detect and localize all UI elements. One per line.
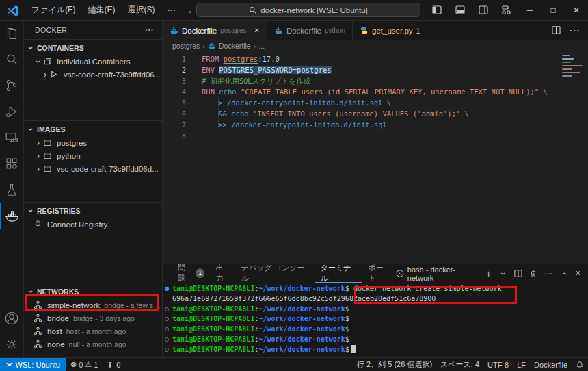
split-terminal-icon[interactable] <box>514 270 522 277</box>
tab-dockerfile-python[interactable]: Dockerfile python <box>267 21 353 40</box>
chevron-right-icon: › <box>202 42 205 50</box>
search-sidebar-icon[interactable] <box>0 47 23 73</box>
problems-badge: 1 <box>196 268 204 278</box>
source-control-icon[interactable] <box>0 73 23 99</box>
problems-status[interactable]: ⊗ 0 ⚠ 1 <box>66 358 102 371</box>
indent-guide <box>202 119 219 129</box>
tab-label: Dockerfile <box>286 27 321 35</box>
panel-tab-problems[interactable]: 問題 1 <box>172 264 210 283</box>
new-terminal-icon[interactable]: + <box>486 268 492 279</box>
ports-status[interactable]: 0 <box>102 358 124 371</box>
tree-item-running-container[interactable]: › vsc-code-craft-73c9ffdd06... <box>24 68 162 81</box>
language-mode[interactable]: Dockerfile <box>530 361 572 369</box>
terminal-instance[interactable]: bash - docker-network <box>396 266 477 282</box>
registries-section-header[interactable]: › REGISTRIES <box>24 204 162 218</box>
tree-item-image-postgres[interactable]: › postgres <box>24 136 162 149</box>
extensions-icon[interactable] <box>0 151 23 177</box>
network-name: host <box>47 327 62 335</box>
command-center-search[interactable]: docker-network [WSL: Ubuntu] <box>196 3 420 17</box>
title-bar: ファイル(F) 編集(E) 選択(S) ⋯ ← → docker-network… <box>0 0 588 21</box>
accounts-icon[interactable] <box>0 305 23 331</box>
plug-icon <box>34 220 44 229</box>
more-actions-icon[interactable]: ⋯ <box>569 24 580 37</box>
close-panel-icon[interactable]: ✕ <box>575 269 581 278</box>
minimap-mark <box>562 65 583 66</box>
network-item-simple-network[interactable]: simple-network bridge - a few se... <box>24 298 162 311</box>
tree-item-individual-containers[interactable]: › Individual Containers <box>24 55 162 68</box>
menu-edit[interactable]: 編集(E) <box>81 3 121 18</box>
minimap[interactable] <box>562 55 584 79</box>
run-and-debug-icon[interactable] <box>0 99 23 125</box>
line-number: 4 <box>163 87 186 98</box>
docker-icon[interactable] <box>0 203 23 229</box>
tree-item-label: vsc-code-craft-73c9ffdd06d... <box>57 165 159 173</box>
window-actions: ─ □ ✕ <box>425 0 588 20</box>
terminal-line: tani@DESKTOP-HCPA8LI:~/work/docker-netwo… <box>164 314 588 324</box>
menu-selection[interactable]: 選択(S) <box>121 3 161 18</box>
radio-tower-icon <box>106 361 114 369</box>
breadcrumb-file[interactable]: Dockerfile <box>219 42 251 50</box>
cursor-position[interactable]: 行 2、列 5 (26 個選択) <box>353 359 436 370</box>
menu-file[interactable]: ファイル(F) <box>25 3 81 18</box>
close-window-button[interactable]: ✕ <box>565 0 588 20</box>
notifications-bell-icon[interactable] <box>572 361 588 369</box>
encoding[interactable]: UTF-8 <box>483 361 513 369</box>
editor-group: Dockerfile postgres ✕ Dockerfile python … <box>163 21 588 357</box>
explorer-icon[interactable] <box>0 21 23 47</box>
network-id-output: 696a71e697271659f372f666e65f6dc8bc92c5df… <box>172 295 436 303</box>
toggle-secondary-sidebar-icon[interactable] <box>472 5 495 14</box>
panel-more-icon[interactable]: ⋯ <box>544 269 552 279</box>
sidebar-header: DOCKER ⋯ <box>24 21 162 39</box>
remote-indicator[interactable]: >< WSL: Ubuntu <box>0 358 66 371</box>
image-icon <box>43 138 53 147</box>
line-number: 5 <box>163 98 186 109</box>
remote-explorer-icon[interactable] <box>0 125 23 151</box>
network-item-bridge[interactable]: bridge bridge - 3 days ago <box>24 311 162 324</box>
toggle-sidebar-icon[interactable] <box>425 5 449 14</box>
minimap-mark <box>562 55 570 56</box>
line-number: 2 <box>163 65 186 76</box>
indent-guide <box>202 97 219 107</box>
kill-terminal-icon[interactable] <box>529 270 537 278</box>
minimize-button[interactable]: ─ <box>518 0 542 20</box>
terminal-output[interactable]: tani@DESKTOP-HCPA8LI:~/work/docker-netwo… <box>163 283 588 357</box>
code-line: 2ENV POSTGRES_PASSWORD=postgres <box>163 64 588 75</box>
eol[interactable]: LF <box>513 361 530 369</box>
toggle-panel-icon[interactable] <box>449 5 472 14</box>
terminal-dropdown-icon[interactable]: › <box>498 269 507 278</box>
settings-gear-icon[interactable] <box>0 331 23 357</box>
network-item-host[interactable]: host host - a month ago <box>24 324 162 337</box>
menu-more[interactable]: ⋯ <box>161 3 181 18</box>
containers-section-header[interactable]: › CONTAINERS <box>24 41 162 55</box>
maximize-panel-icon[interactable]: › <box>559 269 568 278</box>
terminal-line: tani@DESKTOP-HCPA8LI:~/work/docker-netwo… <box>164 345 588 355</box>
maximize-button[interactable]: □ <box>542 0 565 20</box>
main-area: DOCKER ⋯ › CONTAINERS › Individual Conta… <box>0 21 588 357</box>
breadcrumb[interactable]: postgres › Dockerfile › ... <box>163 40 588 52</box>
remote-icon: >< <box>6 361 12 368</box>
chevron-right-icon: › <box>34 164 43 174</box>
panel-tab-output[interactable]: 出力 <box>210 264 235 283</box>
customize-layout-icon[interactable] <box>495 5 518 14</box>
split-editor-icon[interactable] <box>552 26 561 34</box>
network-item-none[interactable]: none null - a month ago <box>24 337 162 350</box>
close-tab-icon[interactable]: ✕ <box>254 27 260 34</box>
base-image-link[interactable]: postgres <box>224 55 258 63</box>
sidebar-more-icon[interactable]: ⋯ <box>145 25 154 35</box>
code-line: 4RUN echo "CREATE TABLE users (id SERIAL… <box>163 86 588 97</box>
panel-tab-ports[interactable]: ポート <box>362 264 395 283</box>
panel-tab-terminal[interactable]: ターミナル <box>315 264 363 283</box>
breadcrumb-folder[interactable]: postgres <box>172 42 200 50</box>
breadcrumb-symbol[interactable]: ... <box>258 42 265 50</box>
indentation[interactable]: スペース: 4 <box>436 359 483 370</box>
tab-get-user-py[interactable]: get_user.py 1 <box>353 21 427 40</box>
networks-section-header[interactable]: › NETWORKS <box>24 285 162 298</box>
connect-registry-item[interactable]: Connect Registry... <box>24 218 162 231</box>
panel-tab-debug-console[interactable]: デバッグ コンソール <box>236 264 315 283</box>
tree-item-image-vsc[interactable]: › vsc-code-craft-73c9ffdd06d... <box>24 162 162 175</box>
tree-item-image-python[interactable]: › python <box>24 149 162 162</box>
images-section-header[interactable]: › IMAGES <box>24 123 162 136</box>
tab-dockerfile-postgres[interactable]: Dockerfile postgres ✕ <box>163 21 267 40</box>
code-editor[interactable]: 1FROM postgres:17.0 2ENV POSTGRES_PASSWO… <box>163 52 588 264</box>
testing-icon[interactable] <box>0 177 23 203</box>
